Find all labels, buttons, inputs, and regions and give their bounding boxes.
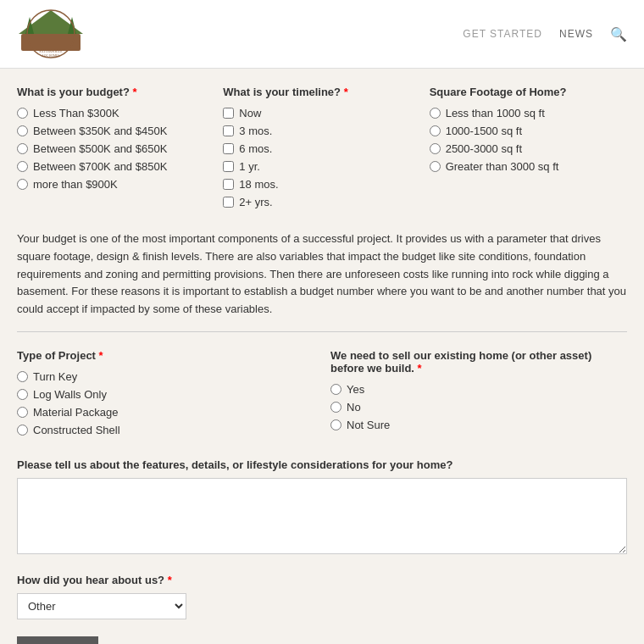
top-questions-row: What is your budget? * Less Than $300K B… (17, 86, 627, 214)
budget-column: What is your budget? * Less Than $300K B… (17, 86, 214, 214)
sell-home-option-0[interactable]: Yes (330, 383, 627, 396)
budget-option-3[interactable]: Between $700K and $850K (17, 160, 214, 173)
nav-news[interactable]: NEWS (559, 28, 593, 40)
timeline-check-3[interactable] (223, 161, 234, 172)
sell-home-option-2[interactable]: Not Sure (330, 419, 627, 431)
budget-option-2[interactable]: Between $500K and $650K (17, 142, 214, 155)
sell-radio-0[interactable] (330, 384, 341, 395)
sell-home-column: We need to sell our existing home (or ot… (330, 349, 627, 441)
sqft-title: Square Footage of Home? (430, 86, 627, 98)
logo-area: SATTERWHITE LOG HOMES (17, 8, 85, 59)
budget-option-4[interactable]: more than $900K (17, 178, 214, 191)
timeline-check-5[interactable] (223, 197, 234, 208)
budget-radio-0[interactable] (17, 108, 28, 119)
budget-radio-2[interactable] (17, 143, 28, 154)
nav-get-started[interactable]: GET STARTED (463, 28, 542, 40)
search-button[interactable]: 🔍 (610, 26, 627, 42)
svg-text:SATTERWHITE: SATTERWHITE (39, 49, 63, 53)
site-logo: SATTERWHITE LOG HOMES (17, 8, 85, 59)
budget-option-1[interactable]: Between $350K and $450K (17, 125, 214, 137)
hear-select[interactable]: Other Google Facebook Referral Trade Sho… (17, 593, 186, 619)
svg-rect-0 (21, 34, 80, 51)
sqft-radio-2[interactable] (430, 143, 441, 154)
project-type-title: Type of Project * (17, 349, 314, 362)
features-section: Please tell us about the features, detai… (17, 458, 627, 557)
hear-title: How did you hear about us? * (17, 574, 627, 586)
project-option-1[interactable]: Log Walls Only (17, 388, 314, 401)
sqft-column: Square Footage of Home? Less than 1000 s… (430, 86, 627, 214)
features-textarea[interactable] (17, 478, 627, 554)
timeline-option-4[interactable]: 18 mos. (223, 178, 420, 191)
sqft-option-3[interactable]: Greater than 3000 sq ft (430, 160, 627, 173)
timeline-column: What is your timeline? * Now 3 mos. 6 mo… (223, 86, 420, 214)
budget-description: Your budget is one of the most important… (17, 230, 627, 332)
features-title: Please tell us about the features, detai… (17, 458, 627, 471)
timeline-option-1[interactable]: 3 mos. (223, 125, 420, 137)
sqft-option-1[interactable]: 1000-1500 sq ft (430, 125, 627, 137)
budget-radio-4[interactable] (17, 179, 28, 190)
bottom-questions-row: Type of Project * Turn Key Log Walls Onl… (17, 349, 627, 441)
sell-radio-1[interactable] (330, 402, 341, 413)
submit-button[interactable]: SUBMIT (17, 636, 98, 644)
budget-radio-1[interactable] (17, 125, 28, 136)
project-option-3[interactable]: Constructed Shell (17, 424, 314, 436)
project-option-0[interactable]: Turn Key (17, 370, 314, 383)
svg-text:LOG HOMES: LOG HOMES (42, 54, 59, 58)
project-radio-1[interactable] (17, 389, 28, 400)
main-nav: GET STARTED NEWS 🔍 (463, 26, 627, 42)
budget-title: What is your budget? * (17, 86, 214, 98)
sqft-radio-0[interactable] (430, 108, 441, 119)
timeline-check-2[interactable] (223, 143, 234, 154)
timeline-option-0[interactable]: Now (223, 107, 420, 119)
form-container: What is your budget? * Less Than $300K B… (0, 69, 644, 644)
sqft-radio-1[interactable] (430, 125, 441, 136)
sell-home-title: We need to sell our existing home (or ot… (330, 349, 627, 375)
hear-section: How did you hear about us? * Other Googl… (17, 574, 627, 619)
timeline-option-3[interactable]: 1 yr. (223, 160, 420, 173)
sqft-option-0[interactable]: Less than 1000 sq ft (430, 107, 627, 119)
sqft-option-2[interactable]: 2500-3000 sq ft (430, 142, 627, 155)
project-type-column: Type of Project * Turn Key Log Walls Onl… (17, 349, 314, 441)
timeline-check-4[interactable] (223, 179, 234, 190)
project-radio-3[interactable] (17, 425, 28, 436)
project-option-2[interactable]: Material Package (17, 406, 314, 419)
budget-radio-3[interactable] (17, 161, 28, 172)
sell-home-option-1[interactable]: No (330, 401, 627, 414)
site-header: SATTERWHITE LOG HOMES GET STARTED NEWS 🔍 (0, 0, 644, 69)
project-radio-2[interactable] (17, 407, 28, 418)
sqft-radio-3[interactable] (430, 161, 441, 172)
timeline-option-2[interactable]: 6 mos. (223, 142, 420, 155)
timeline-check-1[interactable] (223, 125, 234, 136)
project-radio-0[interactable] (17, 371, 28, 382)
budget-option-0[interactable]: Less Than $300K (17, 107, 214, 119)
timeline-option-5[interactable]: 2+ yrs. (223, 196, 420, 208)
sell-radio-2[interactable] (330, 419, 341, 430)
timeline-check-0[interactable] (223, 108, 234, 119)
timeline-title: What is your timeline? * (223, 86, 420, 98)
